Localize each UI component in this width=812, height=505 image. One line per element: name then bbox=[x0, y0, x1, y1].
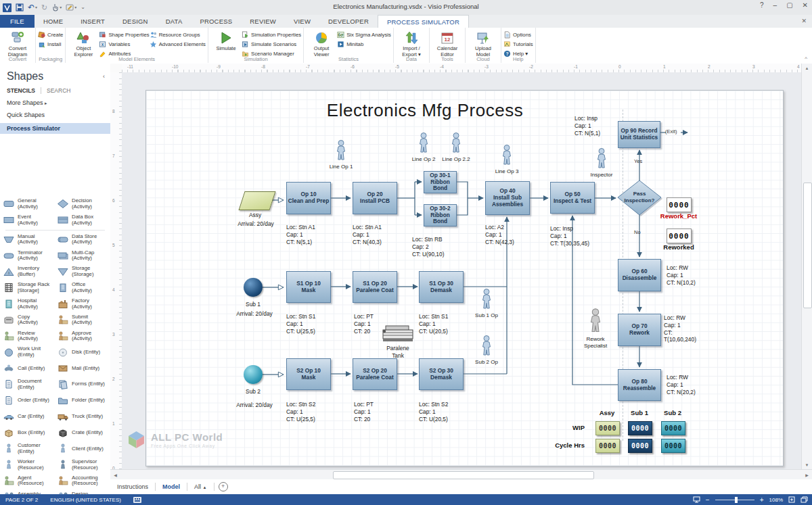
ribbon-tab-file[interactable]: FILE bbox=[0, 15, 35, 28]
ribbon-tab-insert[interactable]: INSERT bbox=[72, 15, 114, 28]
shape-master-worker-resource[interactable]: Worker (Resource) bbox=[0, 457, 54, 473]
shape-master-manual-activity[interactable]: Manual (Activity) bbox=[0, 232, 54, 248]
shape-master-data-box-activity[interactable]: Data Box (Activity) bbox=[54, 212, 108, 229]
switch-windows-icon[interactable] bbox=[800, 496, 808, 503]
shape-master-design-resource[interactable]: Design (Resource) bbox=[54, 489, 108, 494]
output-viewer-button[interactable]: Output Viewer bbox=[306, 28, 337, 57]
shape-master-work-unit-entity[interactable]: Work Unit (Entity) bbox=[0, 344, 54, 360]
page-indicator[interactable]: PAGE 2 OF 2 bbox=[5, 497, 38, 503]
node-op70[interactable]: Op 70Rework bbox=[618, 314, 661, 346]
shape-master-factory-activity[interactable]: Factory (Activity) bbox=[54, 296, 108, 312]
node-op60[interactable]: Op 60Disassemble bbox=[618, 259, 661, 291]
language-indicator[interactable]: ENGLISH (UNITED STATES) bbox=[50, 497, 121, 503]
shape-master-storage-rack-storage[interactable]: Storage Rack [Storage] bbox=[0, 280, 54, 296]
shape-master-multi-cap-activity[interactable]: Multi-Cap (Activity) bbox=[54, 247, 108, 264]
stencil-process-simulator[interactable]: Process Simulator bbox=[0, 123, 110, 134]
shape-master-disk-entity[interactable]: Disk (Entity) bbox=[54, 344, 108, 360]
help-button[interactable]: ? bbox=[760, 1, 764, 9]
fit-page-icon[interactable] bbox=[788, 496, 795, 503]
shape-master-submit-activity[interactable]: Submit (Activity) bbox=[54, 312, 108, 329]
shape-master-mail-entity[interactable]: Mail (Entity) bbox=[54, 360, 108, 377]
shape-master-customer-entity[interactable]: Customer (Entity) bbox=[0, 441, 54, 457]
node-op80[interactable]: Op 80Reassemble bbox=[618, 369, 661, 401]
install-button[interactable]: Install bbox=[38, 40, 63, 49]
convert-diagram-button[interactable]: Convert Diagram bbox=[2, 28, 33, 57]
simulation-properties-button[interactable]: Simulation Properties bbox=[242, 30, 301, 39]
shape-master-truck-entity[interactable]: Truck (Entity) bbox=[54, 408, 108, 425]
add-page-button[interactable]: + bbox=[219, 482, 228, 491]
scroll-right-icon[interactable]: ▶ bbox=[803, 471, 811, 479]
collapse-ribbon-button[interactable]: ^ bbox=[805, 55, 807, 62]
ribbon-tab-process[interactable]: PROCESS bbox=[191, 15, 241, 28]
upload-model-button[interactable]: Upload Model bbox=[468, 28, 499, 57]
shape-master-event-activity[interactable]: Event (Activity) bbox=[0, 212, 54, 229]
scroll-down-icon[interactable]: ▼ bbox=[802, 460, 812, 469]
shape-master-general-activity[interactable]: General (Activity) bbox=[0, 196, 54, 212]
tab-search[interactable]: SEARCH bbox=[47, 87, 70, 94]
close-document-button[interactable]: ✕ bbox=[801, 18, 807, 24]
shape-master-decision-activity[interactable]: Decision (Activity) bbox=[54, 196, 108, 212]
six-sigma-analysis-button[interactable]: 6σSix Sigma Analysis bbox=[337, 30, 391, 39]
ribbon-tab-process-simulator[interactable]: PROCESS SIMULATOR bbox=[378, 15, 469, 28]
shape-master-hospital-activity[interactable]: Hospital (Activity) bbox=[0, 296, 54, 312]
more-shapes-item[interactable]: More Shapes ▸ bbox=[7, 99, 110, 106]
shape-master-forms-entity[interactable]: Forms (Entity) bbox=[54, 377, 108, 393]
minimize-button[interactable]: – bbox=[773, 1, 777, 9]
entity-sub2[interactable] bbox=[244, 365, 263, 384]
shape-master-order-entity[interactable]: Order (Entity) bbox=[0, 393, 54, 409]
resource-groups-button[interactable]: Resource Groups bbox=[150, 30, 206, 39]
shape-master-copy-activity[interactable]: Copy (Activity) bbox=[0, 312, 54, 329]
person-sub2-op[interactable]: Sub 2 Op bbox=[466, 335, 507, 366]
shape-master-box-entity[interactable]: Box (Entity) bbox=[0, 425, 54, 441]
node-s2op20[interactable]: S2 Op 20Paralene Coat bbox=[353, 358, 397, 390]
shape-master-data-store-activity[interactable]: Data Store (Activity) bbox=[54, 232, 108, 248]
collapse-panel-icon[interactable]: ‹ bbox=[103, 73, 105, 80]
shape-master-call-entity[interactable]: Call (Entity) bbox=[0, 360, 54, 377]
vertical-scroll-thumb[interactable] bbox=[803, 183, 812, 308]
node-s2op10[interactable]: S2 Op 10Mask bbox=[286, 358, 331, 390]
node-op30-2[interactable]: Op 30-2RibbonBond bbox=[424, 204, 457, 226]
variables-button[interactable]: xVariables bbox=[99, 40, 149, 49]
restore-button[interactable]: ▢ bbox=[786, 1, 792, 9]
shape-master-car-entity[interactable]: Car (Entity) bbox=[0, 408, 54, 425]
ribbon-tab-developer[interactable]: DEVELOPER bbox=[319, 15, 378, 28]
zoom-level[interactable]: 108% bbox=[769, 497, 783, 503]
zoom-slider[interactable] bbox=[715, 500, 754, 500]
shape-master-folder-entity[interactable]: Folder (Entity) bbox=[54, 393, 108, 409]
node-op10[interactable]: Op 10Clean and Prep bbox=[286, 182, 331, 214]
page-tab-all[interactable]: All ▲ bbox=[187, 483, 213, 490]
shape-master-storage-storage[interactable]: Storage (Storage) bbox=[54, 264, 108, 280]
ribbon-tab-review[interactable]: REVIEW bbox=[241, 15, 285, 28]
node-s1op20[interactable]: S1 Op 20Paralene Coat bbox=[353, 271, 397, 303]
drawing-page[interactable]: Electronics Mfg Process Op 10Clean and P… bbox=[145, 90, 784, 466]
zoom-slider-thumb[interactable] bbox=[735, 497, 738, 503]
import-export-button[interactable]: Import / Export ▾ bbox=[396, 28, 427, 57]
shape-master-office-activity[interactable]: Office (Activity) bbox=[54, 280, 108, 296]
shape-master-agent-resource[interactable]: Agent (Resource) bbox=[0, 473, 54, 489]
scroll-left-icon[interactable]: ◀ bbox=[111, 471, 120, 479]
entity-sub1[interactable] bbox=[244, 278, 263, 297]
shape-master-assembly-resource[interactable]: Assembly (Resource) bbox=[0, 489, 54, 494]
minitab-button[interactable]: Minitab bbox=[337, 40, 391, 49]
page-tab-instructions[interactable]: Instructions bbox=[110, 483, 155, 490]
calendar-editor-button[interactable]: 12Calendar Editor bbox=[432, 28, 463, 57]
node-s2op30[interactable]: S2 Op 30Demask bbox=[419, 358, 464, 390]
zoom-in-icon[interactable]: + bbox=[760, 496, 764, 504]
zoom-out-icon[interactable]: − bbox=[706, 496, 710, 504]
person-line-op3[interactable]: Line Op 3 bbox=[487, 145, 527, 175]
shape-properties-button[interactable]: Shape Properties bbox=[99, 30, 149, 39]
simulate-button[interactable]: Simulate bbox=[210, 28, 242, 52]
ribbon-tab-view[interactable]: VIEW bbox=[285, 15, 319, 28]
shape-master-accounting-resource[interactable]: Accounting (Resource) bbox=[54, 473, 108, 489]
scroll-up-icon[interactable]: ▲ bbox=[802, 64, 812, 72]
shape-master-terminator-activity[interactable]: Terminator (Activity) bbox=[0, 247, 54, 264]
shape-master-approve-activity[interactable]: Approve (Activity) bbox=[54, 328, 108, 344]
shape-master-inventory-buffer[interactable]: IInventory (Buffer) bbox=[0, 264, 54, 280]
object-explorer-button[interactable]: Object Explorer bbox=[68, 28, 99, 57]
quick-shapes-item[interactable]: Quick Shapes bbox=[7, 112, 110, 118]
page-tab-model[interactable]: Model bbox=[156, 483, 187, 490]
tab-stencils[interactable]: STENCILS bbox=[7, 87, 35, 94]
node-op90[interactable]: Op 90 RecordUnit Statistics bbox=[618, 121, 660, 148]
horizontal-scrollbar[interactable]: ◀ ▶ bbox=[110, 469, 812, 480]
node-op40[interactable]: Op 40Install SubAssemblies bbox=[485, 181, 530, 215]
